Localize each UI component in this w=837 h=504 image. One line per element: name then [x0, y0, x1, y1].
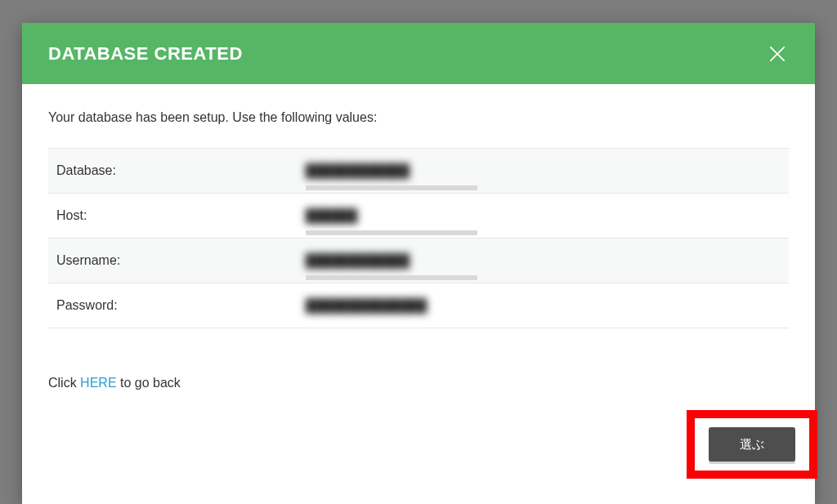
- value-username: ████████████: [306, 253, 410, 269]
- row-database: Database: ████████████: [48, 149, 789, 194]
- highlight-annotation: 選ぶ: [687, 410, 817, 479]
- close-icon: [767, 43, 788, 65]
- value-database: ████████████: [306, 163, 410, 179]
- go-back-link[interactable]: HERE: [80, 376, 116, 390]
- select-button[interactable]: 選ぶ: [709, 427, 795, 462]
- row-password: Password: ██████████████: [48, 283, 789, 328]
- modal-title: DATABASE CREATED: [48, 43, 243, 65]
- row-username: Username: ████████████: [48, 239, 789, 283]
- go-back-text: Click HERE to go back: [48, 376, 789, 390]
- label-database: Database:: [56, 163, 306, 178]
- value-password: ██████████████: [306, 298, 427, 314]
- modal-body: Your database has been setup. Use the fo…: [22, 84, 815, 413]
- modal-header: DATABASE CREATED: [22, 23, 815, 84]
- value-host: ██████: [306, 208, 358, 224]
- close-button[interactable]: [766, 42, 789, 65]
- label-host: Host:: [56, 208, 306, 223]
- details-table: Database: ████████████ Host: ██████: [48, 148, 789, 328]
- label-username: Username:: [56, 253, 306, 268]
- intro-text: Your database has been setup. Use the fo…: [48, 110, 789, 125]
- label-password: Password:: [56, 298, 306, 313]
- row-host: Host: ██████: [48, 194, 789, 239]
